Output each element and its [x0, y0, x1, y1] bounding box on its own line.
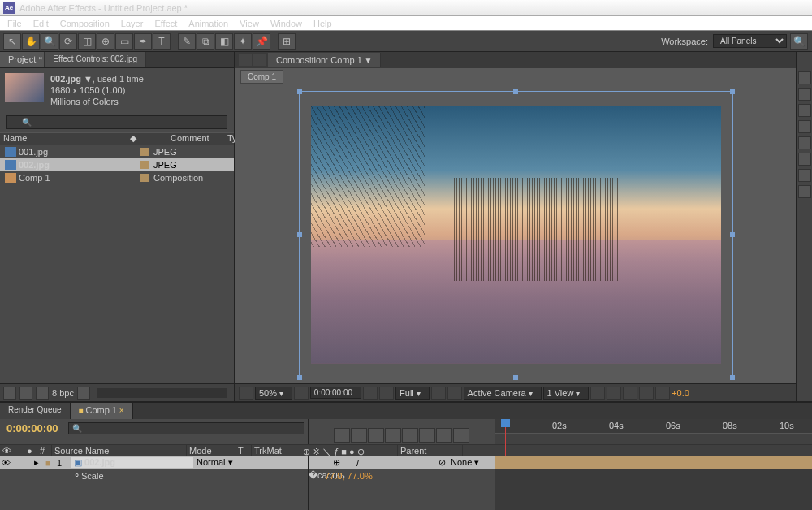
menu-view[interactable]: View — [234, 19, 265, 28]
project-item[interactable]: 001.jpg JPEG — [0, 145, 234, 158]
project-search-input[interactable] — [6, 115, 227, 129]
camera-tool-icon[interactable]: ◫ — [78, 33, 96, 50]
menu-composition[interactable]: Composition — [54, 19, 115, 28]
fast-preview-icon[interactable] — [607, 387, 621, 400]
col-name[interactable]: Name — [0, 133, 130, 145]
col-label-icon[interactable]: ◆ — [130, 133, 171, 145]
bpc-indicator[interactable]: 8 bpc — [52, 388, 74, 398]
brush-tool-icon[interactable]: ✎ — [178, 33, 196, 50]
zoom-tool-icon[interactable]: 🔍 — [41, 33, 58, 50]
always-preview-icon[interactable] — [239, 387, 253, 400]
roi-icon[interactable] — [431, 387, 446, 400]
timeline-layer-row[interactable]: 👁 ▸ ■ 1 ▣ 002.jpg Normal ▾ — [0, 456, 308, 469]
project-scrollbar[interactable] — [97, 388, 227, 398]
shape-tool-icon[interactable]: ▭ — [115, 33, 133, 50]
view-layout-dropdown[interactable]: 1 View ▾ — [543, 387, 590, 400]
snapshot-icon[interactable] — [363, 387, 378, 400]
col-source-name[interactable]: Source Name — [52, 445, 187, 456]
menu-help[interactable]: Help — [308, 19, 338, 28]
menu-animation[interactable]: Animation — [183, 19, 234, 28]
comp-flowchart-icon[interactable] — [253, 54, 266, 66]
right-panel-icon[interactable] — [798, 71, 811, 84]
pixel-aspect-icon[interactable] — [590, 387, 605, 400]
tab-composition[interactable]: Composition: Comp 1 ▼ — [268, 53, 381, 67]
interpret-footage-icon[interactable] — [3, 387, 16, 400]
transparency-grid-icon[interactable] — [447, 387, 462, 400]
property-value-row[interactable]: �састьь 77.0, 77.0% — [309, 469, 495, 482]
project-item[interactable]: 002.jpg JPEG — [0, 158, 234, 171]
menu-layer[interactable]: Layer — [115, 19, 149, 28]
resolution-icon[interactable] — [294, 387, 309, 400]
hide-shy-icon[interactable] — [368, 428, 384, 443]
zoom-dropdown[interactable]: 50% ▾ — [255, 387, 292, 400]
timeline-track-area[interactable] — [495, 456, 812, 510]
menu-effect[interactable]: Effect — [149, 19, 183, 28]
menu-window[interactable]: Window — [265, 19, 308, 28]
right-panel-icon[interactable] — [798, 169, 811, 182]
right-panel-icon[interactable] — [798, 104, 811, 117]
composition-viewer[interactable] — [235, 85, 796, 383]
asset-thumbnail — [5, 73, 44, 102]
tab-effect-controls[interactable]: Effect Controls: 002.jpg — [45, 52, 146, 67]
project-items: 001.jpg JPEG 002.jpg JPEG Comp 1 Composi… — [0, 145, 234, 383]
visibility-toggle-icon[interactable]: 👁 — [0, 458, 11, 468]
menu-edit[interactable]: Edit — [28, 19, 54, 28]
delete-icon[interactable] — [77, 387, 90, 400]
resolution-dropdown[interactable]: Full ▾ — [395, 387, 430, 400]
comp-mini-flowchart-icon[interactable] — [334, 428, 350, 443]
camera-dropdown[interactable]: Active Camera ▾ — [464, 387, 542, 400]
selection-tool-icon[interactable]: ↖ — [3, 33, 21, 50]
reset-exposure-icon[interactable] — [655, 387, 670, 400]
motion-blur-icon[interactable] — [402, 428, 418, 443]
eraser-tool-icon[interactable]: ◧ — [215, 33, 233, 50]
show-channel-icon[interactable] — [379, 387, 394, 400]
right-panel-icon[interactable] — [798, 88, 811, 101]
workspace-dropdown[interactable]: All Panels — [713, 34, 787, 48]
comp-subtab[interactable]: Comp 1 — [240, 70, 283, 84]
hand-tool-icon[interactable]: ✋ — [22, 33, 40, 50]
nav-back-icon[interactable] — [239, 54, 252, 66]
graph-editor-icon[interactable] — [453, 428, 469, 443]
flowchart-icon[interactable] — [639, 387, 654, 400]
menu-bar: File Edit Composition Layer Effect Anima… — [0, 16, 812, 31]
roto-tool-icon[interactable]: ✦ — [234, 33, 252, 50]
auto-keyframe-icon[interactable] — [436, 428, 452, 443]
new-comp-icon[interactable] — [36, 387, 49, 400]
tab-render-queue[interactable]: Render Queue — [0, 403, 71, 419]
right-panel-icon[interactable] — [798, 153, 811, 166]
timecode-display[interactable]: 0:00:00:00 — [310, 387, 361, 399]
current-time-display[interactable]: 0:00:00:00 — [0, 419, 65, 438]
new-folder-icon[interactable] — [19, 387, 32, 400]
tab-project[interactable]: Project × — [0, 52, 45, 67]
scale-value[interactable]: 77.0, 77.0% — [325, 471, 373, 481]
layer-switches[interactable]: ⊕/ ⊘ None ▾ — [309, 456, 495, 469]
right-panel-icon[interactable] — [798, 136, 811, 149]
text-tool-icon[interactable]: T — [153, 33, 171, 50]
pan-behind-tool-icon[interactable]: ⊕ — [97, 33, 114, 50]
snap-icon[interactable]: ⊞ — [278, 33, 296, 50]
viewer-footer: 50% ▾ 0:00:00:00 Full ▾ Active Camera ▾ … — [235, 383, 796, 401]
col-comment[interactable]: Comment — [171, 133, 211, 145]
menu-file[interactable]: File — [2, 19, 28, 28]
timeline-search-input[interactable] — [68, 422, 304, 434]
timeline-icon[interactable] — [623, 387, 637, 400]
layer-bar[interactable] — [495, 456, 812, 469]
time-ruler[interactable]: 02s 04s 06s 08s 10s — [495, 419, 812, 434]
brainstorm-icon[interactable] — [419, 428, 435, 443]
timeline-property-row[interactable]: ⚬ Scale — [0, 469, 308, 482]
col-trkmat: TrkMat — [252, 445, 300, 456]
tab-timeline-comp[interactable]: ■ Comp 1 × — [71, 403, 133, 419]
clone-tool-icon[interactable]: ⧉ — [197, 33, 214, 50]
search-help-icon[interactable]: 🔍 — [790, 33, 808, 50]
col-switches: ⊕ ※ ＼ ƒ ■ ● ⊙ — [300, 445, 398, 456]
rotate-tool-icon[interactable]: ⟳ — [59, 33, 77, 50]
project-item[interactable]: Comp 1 Composition — [0, 171, 234, 184]
asset-info: 002.jpg ▼, used 1 time 1680 x 1050 (1.00… — [0, 68, 234, 112]
draft-3d-icon[interactable] — [351, 428, 367, 443]
puppet-tool-icon[interactable]: 📌 — [253, 33, 270, 50]
right-panel-icon[interactable] — [798, 185, 811, 198]
pen-tool-icon[interactable]: ✒ — [134, 33, 152, 50]
right-panel-icon[interactable] — [798, 120, 811, 133]
exposure-value[interactable]: +0.0 — [672, 388, 689, 398]
frame-blend-icon[interactable] — [385, 428, 401, 443]
